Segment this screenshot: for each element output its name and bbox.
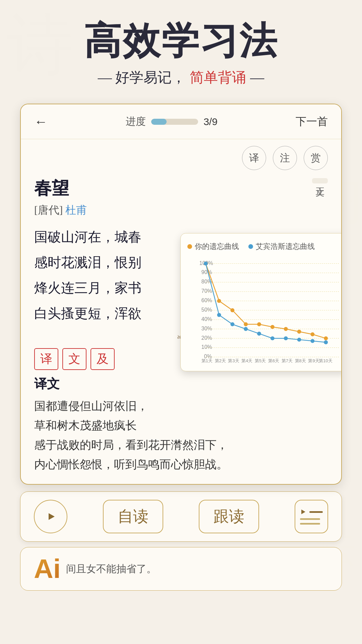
chart-legend: 你的遗忘曲线 艾宾浩斯遗忘曲线 [187,241,341,252]
progress-bar [151,119,198,125]
svg-text:第2天: 第2天 [215,359,226,364]
svg-text:第1天: 第1天 [201,359,213,364]
legend-dot-blue [248,244,253,249]
ai-badge: Ai [34,555,61,582]
svg-point-39 [297,330,301,334]
svg-point-34 [230,308,234,312]
trans-tag-1[interactable]: 译 [34,348,58,370]
next-button[interactable]: 下一首 [296,114,328,129]
svg-point-38 [284,327,288,331]
progress-label: 进度 [126,115,146,128]
play-button[interactable] [34,500,67,533]
translation-section: 译文 国都遭侵但山河依旧， 草和树木茂盛地疯长 感于战败的时局，看到花开潸然泪下… [34,375,328,474]
chart-svg: .grid-line { stroke: #e8d890; stroke-wid… [187,257,341,364]
svg-point-50 [310,339,314,343]
play-icon-circle[interactable] [34,500,67,533]
script-icon[interactable] [295,500,328,533]
svg-text:30%: 30% [201,326,212,331]
mini-play-icon [300,508,307,515]
hero-subtitle: — 好学易记， 简单背诵 — [13,68,349,87]
follow-read-label[interactable]: 跟读 [199,500,259,533]
poem-mode-tag: 正文 [312,178,328,183]
svg-point-48 [284,336,288,340]
poem-author-name: 杜甫 [65,204,87,216]
bottom-toolbar: 自读 跟读 [20,491,342,542]
svg-text:50%: 50% [201,307,212,313]
poem-card: ← 进度 3/9 下一首 译 注 赏 [20,104,342,485]
svg-text:60%: 60% [201,298,212,303]
action-buttons: 译 注 赏 [34,146,328,170]
hero-section: 高效学习法 — 好学易记， 简单背诵 — [0,0,362,97]
svg-text:90%: 90% [201,270,212,275]
script-button[interactable] [295,500,328,533]
follow-read-button[interactable]: 跟读 [199,500,259,533]
legend-label-blue: 艾宾浩斯遗忘曲线 [256,241,315,252]
svg-point-46 [257,332,261,336]
poem-card-header: ← 进度 3/9 下一首 [21,104,341,139]
subtitle-right: — [250,69,264,86]
svg-point-36 [257,322,261,326]
svg-point-44 [230,322,234,326]
progress-bar-fill [151,119,167,125]
subtitle-left: — 好学易记， [98,68,186,87]
subtitle-highlight: 简单背诵 [190,68,246,87]
translate-button[interactable]: 译 [242,146,266,170]
appreciate-button[interactable]: 赏 [304,146,328,170]
ai-section[interactable]: Ai 间且女不能抽省了。 [20,547,342,591]
svg-point-51 [324,340,328,344]
svg-point-43 [217,313,221,317]
svg-text:10%: 10% [201,344,212,350]
translation-text: 国都遭侵但山河依旧， 草和树木茂盛地疯长 感于战败的时局，看到花开潸然泪下， 内… [34,396,328,474]
annotate-button[interactable]: 注 [273,146,297,170]
ai-description: 间且女不能抽省了。 [66,562,157,576]
poem-dynasty: [唐代] [34,204,63,216]
legend-label-orange: 你的遗忘曲线 [195,241,239,252]
svg-point-49 [297,338,301,342]
progress-area: 进度 3/9 [126,115,218,128]
svg-point-42 [204,262,208,266]
svg-point-37 [270,325,275,329]
poem-author: [唐代] 杜甫 [34,203,87,218]
svg-text:20%: 20% [201,335,212,341]
svg-text:第3天: 第3天 [228,359,239,364]
svg-marker-53 [301,509,305,514]
poem-title: 春望 [34,177,87,200]
poem-title-left: 春望 [唐代] 杜甫 [34,177,87,218]
translation-title: 译文 [34,375,328,392]
svg-point-45 [244,327,248,331]
self-read-label[interactable]: 自读 [103,500,163,533]
poem-title-row: 春望 [唐代] 杜甫 正文 [34,177,328,218]
trans-tag-3[interactable]: 及 [90,348,115,370]
poem-card-body: 译 注 赏 春望 [唐代] 杜甫 正文 [21,139,341,484]
svg-point-40 [310,332,314,336]
svg-text:第9天: 第9天 [308,359,319,364]
svg-marker-52 [49,513,55,520]
svg-text:70%: 70% [201,288,212,294]
svg-point-33 [217,299,221,303]
svg-point-47 [270,336,275,340]
cards-container: ← 进度 3/9 下一首 译 注 赏 [20,104,342,591]
progress-fraction: 3/9 [203,116,218,127]
hero-title: 高效学习法 [13,20,349,61]
svg-text:40%: 40% [201,316,212,322]
legend-blue: 艾宾浩斯遗忘曲线 [248,241,315,252]
svg-text:第6天: 第6天 [268,359,279,364]
trans-tag-2[interactable]: 文 [62,348,86,370]
svg-point-35 [244,322,248,326]
svg-text:第4天: 第4天 [241,359,252,364]
legend-orange: 你的遗忘曲线 [187,241,239,252]
back-button[interactable]: ← [34,114,48,129]
play-icon [44,510,57,523]
legend-dot-orange [187,244,192,249]
svg-text:第10天: 第10天 [319,359,332,364]
svg-point-41 [324,336,328,340]
forgetting-curve-chart: 你的遗忘曲线 艾宾浩斯遗忘曲线 .grid-line { stroke: #e8… [180,233,342,371]
svg-text:第8天: 第8天 [295,359,306,364]
self-read-button[interactable]: 自读 [103,500,163,533]
svg-text:第5天: 第5天 [255,359,266,364]
svg-text:第7天: 第7天 [282,359,293,364]
